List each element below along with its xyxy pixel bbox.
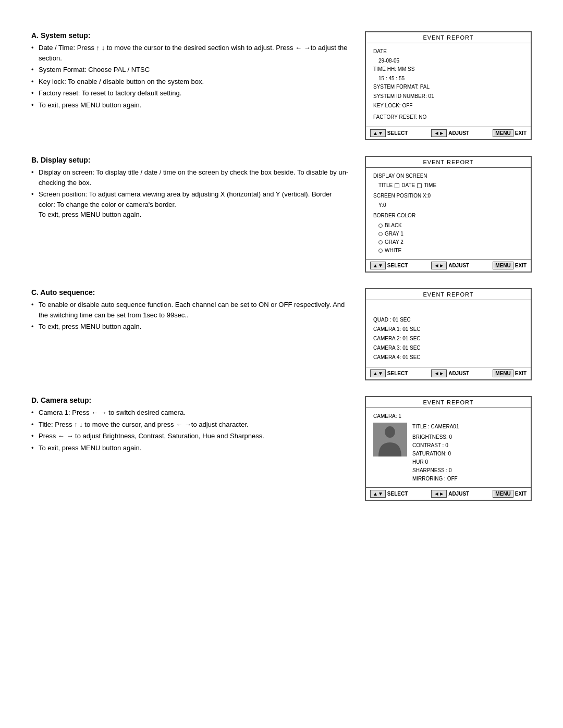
footer-select-b: ▲▼ SELECT: [370, 262, 408, 269]
contrast-row: CONTRAST : 0: [412, 441, 459, 450]
radio-gray1: GRAY 1: [378, 230, 523, 238]
sys-format: SYSTEM FORMAT: PAL: [373, 83, 523, 91]
radio-black: BLACK: [378, 221, 523, 230]
section-d-heading: D. Camera setup:: [31, 396, 349, 404]
section-b-bullets: Display on screen: To display title / da…: [31, 167, 349, 220]
display-on-screen-label: DISPLAY ON SCREEN: [373, 172, 523, 180]
adjust-label-d: ADJUST: [448, 491, 469, 497]
sys-time-value: 15 : 45 : 55: [373, 75, 523, 83]
sys-id: SYSTEM ID NUMBER: 01: [373, 92, 523, 101]
time-label: TIME: [424, 181, 436, 190]
date-label: DATE: [401, 181, 415, 190]
sys-date-value: 29-08-05: [373, 57, 523, 65]
bullet-item: Key lock: To enable / disable button on …: [31, 77, 349, 87]
time-checkbox: [417, 183, 422, 188]
select-arrows-icon-c: ▲▼: [370, 369, 386, 377]
section-display-setup: B. Display setup: Display on screen: To …: [31, 156, 532, 273]
section-d-text: D. Camera setup: Camera 1: Press ← → to …: [31, 396, 349, 454]
brightness-row: BRIGHTNESS: 0: [412, 433, 459, 441]
bullet-item: Factory reset: To reset to factory defau…: [31, 88, 349, 98]
bullet-item: Screen position: To adjust camera viewin…: [31, 189, 349, 220]
sys-time-label: TIME HH: MM SS: [373, 65, 523, 73]
sys-date-label: DATE: [373, 47, 523, 56]
adjust-arrows-icon-b: ◄►: [431, 262, 447, 269]
cam3-line: CAMERA 3: 01 SEC: [373, 344, 523, 352]
event-report-footer-system: ▲▼ SELECT ◄► ADJUST MENU EXIT: [366, 127, 531, 139]
event-report-system: EVENT REPORT DATE 29-08-05 TIME HH: MM S…: [365, 31, 532, 140]
exit-label-b: EXIT: [515, 263, 527, 268]
bullet-item: To exit, press MENU button again.: [31, 322, 349, 332]
event-report-footer-camera: ▲▼ SELECT ◄► ADJUST MENU EXIT: [366, 487, 531, 500]
sys-factory: FACTORY RESET: NO: [373, 113, 523, 121]
event-report-display: EVENT REPORT DISPLAY ON SCREEN TITLE DAT…: [365, 156, 532, 273]
footer-adjust-c: ◄► ADJUST: [431, 369, 469, 377]
border-color-options: BLACK GRAY 1 GRAY 2 WHITE: [373, 221, 523, 255]
event-report-header: EVENT REPORT: [366, 32, 531, 43]
title-label: TITLE: [378, 181, 393, 190]
adjust-label: ADJUST: [448, 130, 469, 136]
bullet-item: Date / Time: Press ↑ ↓ to move the curso…: [31, 43, 349, 63]
cam1-line: CAMERA 1: 01 SEC: [373, 325, 523, 334]
camera-content: TITLE : CAMERA01 BRIGHTNESS: 0 CONTRAST …: [373, 423, 523, 483]
quad-line: QUAD : 01 SEC: [373, 316, 523, 324]
section-camera-setup: D. Camera setup: Camera 1: Press ← → to …: [31, 396, 532, 501]
camera-person-svg: [373, 423, 407, 456]
menu-label-c: MENU: [493, 369, 513, 377]
mirroring-row: MIRRORING : OFF: [412, 475, 459, 483]
bullet-item: To exit, press MENU button again.: [31, 100, 349, 110]
adjust-label-c: ADJUST: [448, 371, 469, 376]
radio-circle-black: [378, 224, 383, 228]
footer-adjust-d: ◄► ADJUST: [431, 490, 469, 498]
radio-circle-gray2: [378, 240, 383, 244]
bullet-item: Title: Press ↑ ↓ to move the cursor, and…: [31, 419, 349, 430]
camera-thumbnail: [373, 423, 407, 456]
menu-label-b: MENU: [493, 262, 513, 269]
bullet-item: Camera 1: Press ← → to switch desired ca…: [31, 408, 349, 418]
date-checkbox: [395, 183, 399, 188]
cam2-line: CAMERA 2: 01 SEC: [373, 335, 523, 343]
saturation-row: SATURATION: 0: [412, 450, 459, 458]
menu-label-d: MENU: [493, 490, 513, 498]
event-report-header-d: EVENT REPORT: [366, 397, 531, 408]
camera-label: CAMERA: 1: [373, 412, 523, 421]
section-auto-sequence: C. Auto sequence: To enable or disable a…: [31, 288, 532, 380]
select-arrows-icon-b: ▲▼: [370, 262, 386, 269]
event-report-body-display: DISPLAY ON SCREEN TITLE DATE TIME SCREEN…: [366, 168, 531, 259]
footer-select-c: ▲▼ SELECT: [370, 369, 408, 377]
exit-label: EXIT: [515, 130, 527, 136]
section-c-bullets: To enable or disable auto sequence funct…: [31, 300, 349, 332]
footer-menu-exit: MENU EXIT: [493, 129, 527, 137]
display-checkboxes: TITLE DATE TIME: [373, 181, 523, 190]
section-system-setup: A. System setup: Date / Time: Press ↑ ↓ …: [31, 31, 532, 140]
footer-adjust-b: ◄► ADJUST: [431, 262, 469, 269]
bullet-item: To exit, press MENU button again.: [31, 443, 349, 453]
footer-menu-exit-c: MENU EXIT: [493, 369, 527, 377]
footer-menu-exit-b: MENU EXIT: [493, 262, 527, 269]
exit-label-c: EXIT: [515, 371, 527, 376]
event-report-header-b: EVENT REPORT: [366, 157, 531, 168]
radio-circle-gray1: [378, 232, 383, 236]
section-c-text: C. Auto sequence: To enable or disable a…: [31, 288, 349, 334]
sys-keylock: KEY LOCK: OFF: [373, 102, 523, 110]
footer-adjust: ◄► ADJUST: [431, 129, 469, 137]
select-label-d: SELECT: [387, 491, 408, 497]
event-report-body-camera: CAMERA: 1 TITLE : CAMERA01 BRIGHTNESS: 0: [366, 408, 531, 487]
event-report-header-c: EVENT REPORT: [366, 289, 531, 300]
select-arrows-icon-d: ▲▼: [370, 490, 386, 498]
select-arrows-icon: ▲▼: [370, 129, 386, 137]
sharpness-row: SHARPNESS : 0: [412, 466, 459, 475]
footer-select: ▲▼ SELECT: [370, 129, 408, 137]
adjust-label-b: ADJUST: [448, 263, 469, 268]
hur-row: HUR 0: [412, 458, 459, 466]
radio-white: WHITE: [378, 246, 523, 255]
menu-label: MENU: [493, 129, 513, 137]
adjust-arrows-icon-c: ◄►: [431, 369, 447, 377]
adjust-arrows-icon: ◄►: [431, 129, 447, 137]
section-a-heading: A. System setup:: [31, 31, 349, 40]
camera-settings-detail: TITLE : CAMERA01 BRIGHTNESS: 0 CONTRAST …: [412, 423, 459, 483]
footer-select-d: ▲▼ SELECT: [370, 490, 408, 498]
select-label-c: SELECT: [387, 371, 408, 376]
event-report-body-system: DATE 29-08-05 TIME HH: MM SS 15 : 45 : 5…: [366, 43, 531, 127]
select-label: SELECT: [387, 130, 408, 136]
section-c-heading: C. Auto sequence:: [31, 288, 349, 297]
